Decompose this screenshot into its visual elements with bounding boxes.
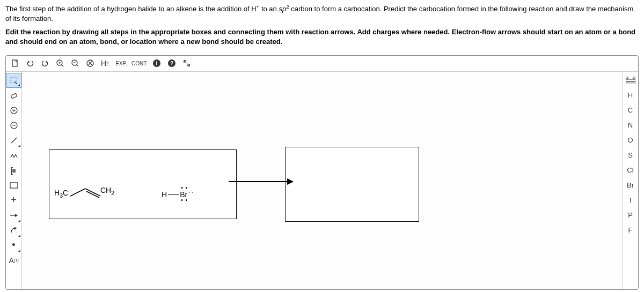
product-box[interactable]: [285, 147, 419, 222]
element-c-button[interactable]: C: [623, 103, 638, 118]
element-cl-button[interactable]: Cl: [623, 163, 638, 178]
rectangle-tool[interactable]: [6, 178, 21, 193]
svg-rect-26: [10, 183, 18, 188]
select-tool[interactable]: [6, 73, 21, 88]
svg-rect-18: [11, 93, 17, 99]
expand-button[interactable]: EXP.: [113, 57, 129, 70]
chain-tool[interactable]: [6, 148, 21, 163]
text: H: [162, 190, 167, 199]
molecule-ch2[interactable]: CH2: [100, 186, 114, 196]
text: to an: [259, 5, 279, 13]
undo-icon[interactable]: [23, 57, 37, 70]
svg-line-24: [11, 138, 17, 143]
svg-line-28: [70, 189, 85, 196]
svg-text:i: i: [156, 61, 158, 66]
reaction-arrow-tool[interactable]: [6, 208, 21, 223]
text: CH2: [100, 186, 114, 194]
plus-tool[interactable]: +: [6, 193, 21, 208]
zoom-in-icon[interactable]: [53, 57, 67, 70]
delete-icon[interactable]: [83, 57, 97, 70]
element-o-button[interactable]: O: [623, 133, 638, 148]
left-toolbar: [ + • A[1]: [6, 72, 22, 289]
element-h-button[interactable]: H: [623, 88, 638, 103]
text: The first step of the addition of a hydr…: [5, 5, 251, 13]
info-icon[interactable]: i: [150, 57, 164, 70]
zoom-out-icon[interactable]: [68, 57, 82, 70]
element-br-button[interactable]: Br: [623, 178, 638, 193]
svg-rect-25: [12, 169, 16, 173]
fullscreen-icon[interactable]: [180, 57, 194, 70]
element-i-button[interactable]: I: [623, 193, 638, 208]
instruction-p2: Edit the reaction by drawing all steps i…: [5, 27, 639, 46]
svg-rect-31: [626, 77, 628, 79]
molecule-hbr[interactable]: H• •Br: • •: [162, 190, 187, 199]
reactant-box[interactable]: [49, 149, 237, 219]
text: H: [101, 59, 106, 68]
svg-line-6: [77, 65, 78, 66]
svg-line-2: [62, 65, 63, 66]
text: [1]: [14, 258, 19, 263]
right-toolbar: H C N O S Cl Br I P F: [622, 72, 638, 289]
eraser-tool[interactable]: [6, 88, 21, 103]
curved-arrow-tool[interactable]: [6, 223, 21, 238]
periodic-table-icon[interactable]: [623, 73, 638, 88]
text: Edit the reaction by drawing all steps i…: [5, 28, 635, 46]
text: ±: [106, 60, 109, 66]
text: EXP.: [115, 61, 127, 66]
atom-label-tool[interactable]: A[1]: [6, 253, 21, 268]
plus-charge-tool[interactable]: [6, 103, 21, 118]
text: CONT.: [131, 61, 148, 66]
molecule-h3c[interactable]: H3C: [54, 189, 68, 199]
drawing-canvas[interactable]: H3C CH2 H• •Br: • •: [22, 72, 622, 289]
svg-rect-32: [633, 77, 635, 79]
help-icon[interactable]: ?: [165, 57, 179, 70]
toolbar-top: H± EXP. CONT. i ?: [6, 56, 638, 72]
instruction-p1: The first step of the addition of a hydr…: [5, 3, 639, 23]
hydrogen-toggle-button[interactable]: H±: [98, 57, 112, 70]
minus-charge-tool[interactable]: [6, 118, 21, 133]
element-p-button[interactable]: P: [623, 208, 638, 223]
lone-pair-tool[interactable]: •: [6, 238, 21, 253]
redo-icon[interactable]: [38, 57, 52, 70]
single-bond-tool[interactable]: [6, 133, 21, 148]
element-f-button[interactable]: F: [623, 223, 638, 238]
molecule-propene-bonds[interactable]: [70, 189, 97, 198]
contract-button[interactable]: CONT.: [130, 57, 149, 70]
new-file-icon[interactable]: [8, 57, 22, 70]
bracket-tool[interactable]: [: [6, 163, 21, 178]
svg-text:?: ?: [170, 61, 173, 66]
text: A: [9, 256, 13, 265]
text: sp: [279, 5, 286, 13]
svg-rect-33: [626, 79, 635, 81]
editor-frame: H± EXP. CONT. i ?: [5, 55, 639, 290]
element-s-button[interactable]: S: [623, 148, 638, 163]
text: H: [251, 5, 256, 13]
element-n-button[interactable]: N: [623, 118, 638, 133]
text: H3C: [54, 189, 68, 197]
reaction-arrow[interactable]: [229, 181, 293, 182]
svg-rect-34: [626, 82, 635, 84]
